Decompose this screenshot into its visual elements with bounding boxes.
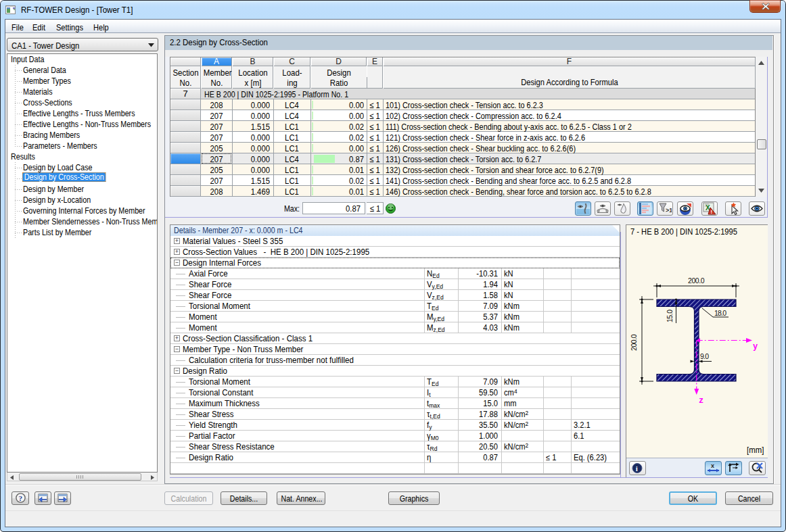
svg-text:200.0: 200.0	[688, 276, 705, 285]
svg-text:15.0: 15.0	[666, 310, 674, 322]
svg-text:!: !	[711, 209, 713, 215]
svg-text:y: y	[753, 342, 758, 352]
svg-text:?: ?	[18, 494, 22, 502]
svg-text:>1: >1	[666, 207, 672, 214]
svg-text:x: x	[711, 462, 714, 469]
svg-text:i: i	[636, 464, 638, 473]
svg-text:9.0: 9.0	[700, 352, 709, 360]
svg-text:200.0: 200.0	[630, 334, 638, 351]
svg-text:z: z	[699, 396, 703, 406]
svg-text:18.0: 18.0	[714, 309, 726, 317]
